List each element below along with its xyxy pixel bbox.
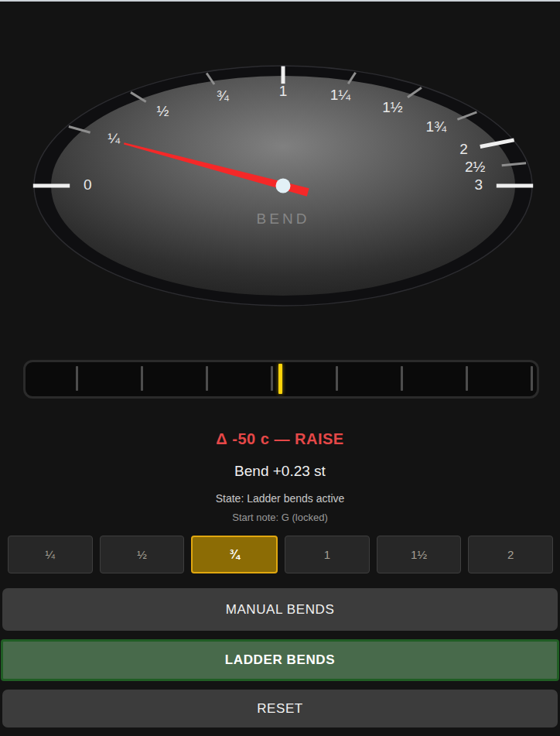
interval-button-3-4[interactable]: ¾ xyxy=(191,536,278,573)
interval-button-1-4[interactable]: ¼ xyxy=(8,536,93,573)
interval-button-2[interactable]: 2 xyxy=(468,536,553,573)
strip-tick xyxy=(336,366,338,391)
gauge-tick-label: 1¾ xyxy=(426,118,448,135)
delta-cents-label: Δ -50 c — RAISE xyxy=(0,426,560,448)
strip-tick xyxy=(141,366,143,391)
interval-button-1-2[interactable]: ½ xyxy=(100,536,185,573)
gauge-tick-label: 1 xyxy=(279,83,288,99)
bend-gauge[interactable]: 0¼½¾11¼1½1¾22½3BEND xyxy=(0,2,560,342)
ladder-bends-button[interactable]: LADDER BENDS xyxy=(1,639,559,681)
bend-value-label: Bend +0.23 st xyxy=(0,463,560,480)
gauge-tick-label: 2 xyxy=(459,141,468,157)
strip-tick xyxy=(76,366,78,391)
interval-button-1[interactable]: 1 xyxy=(285,536,370,573)
bend-app: 0¼½¾11¼1½1¾22½3BEND Δ -50 c — RAISE Bend… xyxy=(0,0,560,736)
gauge-tick-label: ¼ xyxy=(108,130,121,146)
reset-button[interactable]: RESET xyxy=(2,690,558,727)
manual-bends-button[interactable]: MANUAL BENDS xyxy=(2,588,558,631)
gauge-tick-label: ¾ xyxy=(217,87,230,104)
status-readout: Δ -50 c — RAISE Bend +0.23 st State: Lad… xyxy=(0,426,560,523)
strip-marker xyxy=(278,364,282,394)
gauge-tick-label: 0 xyxy=(84,176,92,193)
strip-tick xyxy=(271,366,273,391)
gauge-tick-label: 2½ xyxy=(465,159,486,175)
strip-tick xyxy=(206,366,208,391)
gauge-tick-label: 1½ xyxy=(382,99,403,115)
gauge-tick-label: ½ xyxy=(156,103,169,119)
strip-tick xyxy=(531,366,533,391)
strip-tick xyxy=(466,366,468,391)
gauge-title: BEND xyxy=(257,211,310,227)
gauge-tick-label: 3 xyxy=(475,176,483,193)
bend-position-strip[interactable] xyxy=(23,360,539,399)
interval-button-1-1-2[interactable]: 1½ xyxy=(377,536,462,573)
start-note-label: Start note: G (locked) xyxy=(0,512,560,523)
interval-button-row: ¼½¾11½2 xyxy=(8,536,553,573)
strip-tick xyxy=(401,366,403,391)
gauge-hub xyxy=(276,179,291,193)
state-label: State: Ladder bends active xyxy=(0,492,560,505)
strip-track xyxy=(26,362,537,396)
gauge-tick-label: 1¼ xyxy=(330,87,352,103)
